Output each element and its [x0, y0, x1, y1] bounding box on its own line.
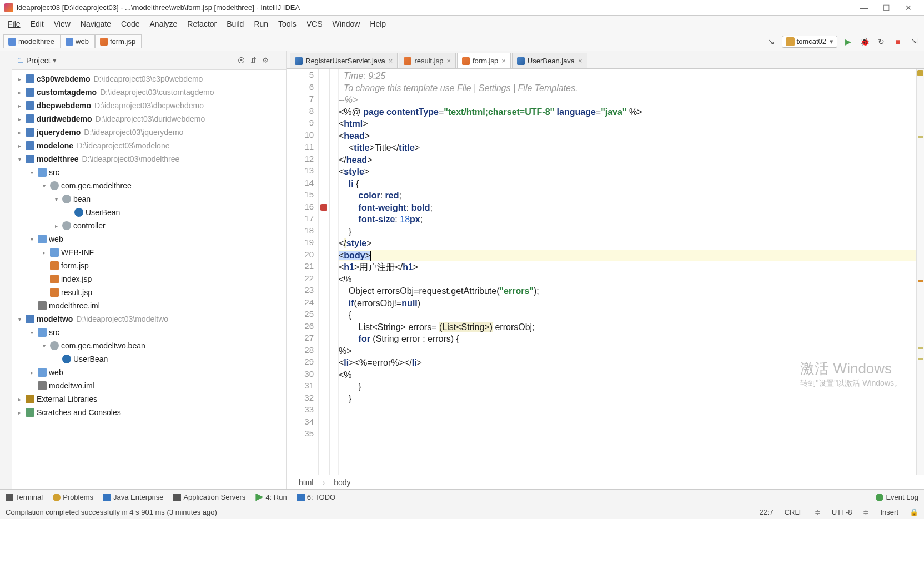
- minimize-button[interactable]: —: [853, 3, 875, 12]
- menu-run[interactable]: Run: [249, 17, 273, 31]
- error-stripe[interactable]: [916, 69, 924, 475]
- tree-item-UserBean[interactable]: UserBean: [12, 352, 286, 366]
- code-area[interactable]: Time: 9:25 To change this template use F…: [339, 69, 916, 475]
- eventlog-icon: [876, 494, 883, 501]
- menu-vcs[interactable]: VCS: [302, 17, 327, 31]
- close-icon[interactable]: ×: [501, 57, 506, 65]
- tree-item-modeltwo-iml[interactable]: modeltwo.iml: [12, 379, 286, 392]
- tree-item-bean[interactable]: ▾bean: [12, 192, 286, 206]
- locate-icon[interactable]: ⦿: [238, 56, 245, 64]
- menu-navigate[interactable]: Navigate: [76, 17, 116, 31]
- tree-item-result-jsp[interactable]: result.jsp: [12, 286, 286, 299]
- menu-refactor[interactable]: Refactor: [183, 17, 221, 31]
- tree-item-web[interactable]: ▾web: [12, 232, 286, 246]
- stripe-marker[interactable]: [918, 136, 923, 138]
- hide-icon[interactable]: —: [274, 56, 282, 64]
- collapse-icon[interactable]: ⇵: [250, 56, 257, 64]
- tab-todo[interactable]: 6: TODO: [297, 493, 336, 501]
- stop-button[interactable]: ■: [892, 36, 904, 48]
- menu-file[interactable]: File: [3, 17, 25, 31]
- crumb-modelthree[interactable]: modelthree: [3, 34, 61, 48]
- tab-problems[interactable]: Problems: [53, 493, 93, 501]
- close-icon[interactable]: ×: [389, 57, 393, 65]
- tab-java-enterprise[interactable]: Java Enterprise: [103, 493, 163, 501]
- tree-item-controller[interactable]: ▸controller: [12, 219, 286, 232]
- status-encoding[interactable]: UTF-8: [832, 508, 852, 516]
- editor-tabs: RegisterUserServlet.java×result.jsp×form…: [287, 51, 924, 69]
- rerun-button[interactable]: ↻: [875, 36, 887, 48]
- tab-UserBean-java[interactable]: UserBean.java×: [512, 53, 587, 68]
- left-tool-rail[interactable]: [0, 51, 12, 489]
- close-icon[interactable]: ×: [446, 57, 451, 65]
- bottom-tool-tabs: Terminal Problems Java Enterprise Applic…: [0, 489, 924, 505]
- crumb-form-jsp[interactable]: form.jsp: [95, 34, 142, 48]
- tree-item-Scratches and Consoles[interactable]: ▸Scratches and Consoles: [12, 406, 286, 419]
- tree-item-index-jsp[interactable]: index.jsp: [12, 272, 286, 286]
- maximize-button[interactable]: ☐: [875, 3, 897, 12]
- breakpoint-gutter[interactable]: [319, 69, 330, 475]
- tree-item-src[interactable]: ▾src: [12, 166, 286, 179]
- tab-app-servers[interactable]: Application Servers: [173, 493, 245, 501]
- app-icon: [4, 3, 13, 12]
- close-button[interactable]: ✕: [897, 3, 920, 12]
- status-insert-mode[interactable]: Insert: [880, 508, 898, 516]
- status-caret-pos[interactable]: 22:7: [759, 508, 773, 516]
- build-icon[interactable]: ↘: [765, 36, 777, 48]
- gear-icon[interactable]: ⚙: [262, 56, 269, 64]
- menu-analyze[interactable]: Analyze: [145, 17, 182, 31]
- code-editor[interactable]: 5678910111213141516171819202122232425262…: [287, 69, 924, 475]
- tree-item-customtagdemo[interactable]: ▸customtagdemoD:\ideaproject03\customtag…: [12, 86, 286, 99]
- tree-item-web[interactable]: ▸web: [12, 366, 286, 379]
- tree-item-src[interactable]: ▾src: [12, 326, 286, 339]
- tree-item-com-gec-modelthree[interactable]: ▾com.gec.modelthree: [12, 179, 286, 192]
- breakpoint-marker[interactable]: [320, 204, 327, 211]
- tree-item-duridwebdemo[interactable]: ▸duridwebdemoD:\ideaproject03\duridwebde…: [12, 112, 286, 126]
- menu-help[interactable]: Help: [365, 17, 390, 31]
- tree-item-modelthree-iml[interactable]: modelthree.iml: [12, 299, 286, 312]
- chevron-down-icon[interactable]: ▾: [53, 56, 57, 64]
- line-number-gutter: 5678910111213141516171819202122232425262…: [287, 69, 319, 475]
- status-line-ending[interactable]: CRLF: [785, 508, 804, 516]
- tree-item-jquerydemo[interactable]: ▸jquerydemoD:\ideaproject03\jquerydemo: [12, 126, 286, 139]
- tree-item-External Libraries[interactable]: ▸External Libraries: [12, 392, 286, 406]
- status-lock-icon[interactable]: 🔒: [910, 508, 918, 516]
- menu-edit[interactable]: Edit: [26, 17, 48, 31]
- fold-gutter[interactable]: [330, 69, 339, 475]
- tab-run[interactable]: 4: Run: [255, 493, 287, 501]
- stripe-marker[interactable]: [918, 358, 923, 360]
- tab-event-log[interactable]: Event Log: [876, 493, 918, 501]
- tree-item-UserBean[interactable]: UserBean: [12, 206, 286, 219]
- close-icon[interactable]: ×: [578, 57, 582, 65]
- crumb-web[interactable]: web: [61, 34, 95, 48]
- menu-window[interactable]: Window: [328, 17, 365, 31]
- project-header: 🗀 Project ▾ ⦿ ⇵ ⚙ —: [12, 51, 286, 70]
- tree-item-modelthree[interactable]: ▾modelthreeD:\ideaproject03\modelthree: [12, 152, 286, 166]
- run-config-selector[interactable]: tomcat02 ▾: [782, 36, 837, 48]
- update-button[interactable]: ⇲: [908, 36, 921, 48]
- menu-tools[interactable]: Tools: [274, 17, 301, 31]
- tree-item-com-gec-modeltwo-bean[interactable]: ▾com.gec.modeltwo.bean: [12, 339, 286, 352]
- tree-item-modeltwo[interactable]: ▾modeltwoD:\ideaproject03\modeltwo: [12, 312, 286, 326]
- tab-RegisterUserServlet-java[interactable]: RegisterUserServlet.java×: [290, 53, 398, 68]
- menu-view[interactable]: View: [49, 17, 75, 31]
- menubar: FileEditViewNavigateCodeAnalyzeRefactorB…: [0, 16, 924, 32]
- crumb-body[interactable]: body: [334, 478, 350, 487]
- project-tree[interactable]: ▸c3p0webdemoD:\ideaproject03\c3p0webdemo…: [12, 70, 286, 489]
- tab-result-jsp[interactable]: result.jsp×: [399, 53, 456, 68]
- tree-item-form-jsp[interactable]: form.jsp: [12, 259, 286, 272]
- run-button[interactable]: ▶: [842, 36, 854, 48]
- tree-item-dbcpwebdemo[interactable]: ▸dbcpwebdemoD:\ideaproject03\dbcpwebdemo: [12, 99, 286, 112]
- menu-build[interactable]: Build: [222, 17, 248, 31]
- tab-terminal[interactable]: Terminal: [6, 493, 43, 501]
- tree-item-c3p0webdemo[interactable]: ▸c3p0webdemoD:\ideaproject03\c3p0webdemo: [12, 72, 286, 86]
- tree-item-WEB-INF[interactable]: ▸WEB-INF: [12, 246, 286, 259]
- crumb-html[interactable]: html: [299, 478, 313, 487]
- tree-item-modelone[interactable]: ▸modeloneD:\ideaproject03\modelone: [12, 139, 286, 152]
- editor-area: RegisterUserServlet.java×result.jsp×form…: [287, 51, 924, 489]
- tab-form-jsp[interactable]: form.jsp×: [457, 53, 511, 68]
- stripe-marker[interactable]: [918, 280, 923, 282]
- stripe-marker[interactable]: [918, 347, 923, 349]
- editor-breadcrumbs[interactable]: html › body: [287, 475, 924, 489]
- debug-button[interactable]: 🐞: [858, 36, 871, 48]
- menu-code[interactable]: Code: [117, 17, 144, 31]
